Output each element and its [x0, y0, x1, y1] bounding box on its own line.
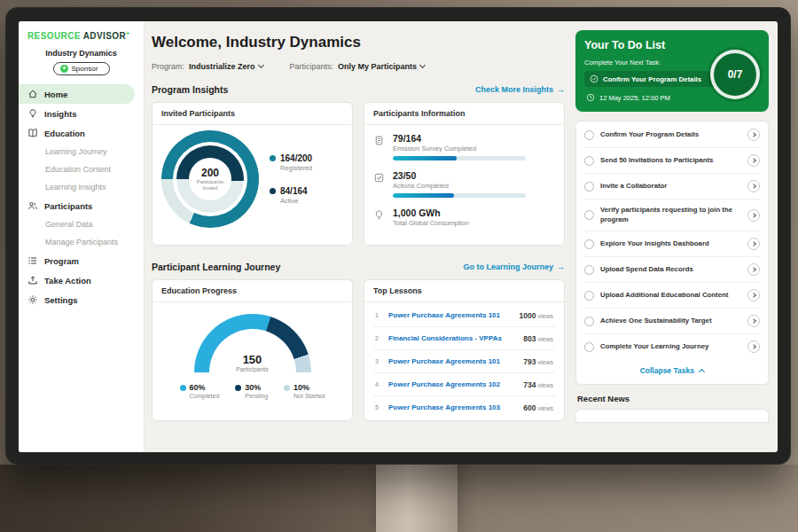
org-name: Industry Dynamics	[19, 49, 144, 58]
legend-dot	[270, 188, 276, 194]
task-label: Explore Your Insights Dashboard	[600, 239, 741, 249]
sidebar-item-label: Participants	[44, 201, 92, 211]
sidebar-item-manage-participants[interactable]: Manage Participants	[19, 233, 144, 251]
arrow-right-icon: →	[557, 85, 565, 94]
task-checkbox[interactable]	[584, 156, 594, 166]
education-progress-card: Education Progress 150 Participants 60% …	[152, 279, 353, 421]
sidebar-nav: Home Insights Education Learning Journey…	[19, 84, 144, 309]
card-title: Participants Information	[364, 103, 564, 125]
lesson-views: 600views	[521, 403, 553, 412]
task-expand-button[interactable]	[747, 238, 760, 250]
book-icon	[27, 128, 38, 138]
lesson-row: 3 Power Purchase Agreements 101 793views	[373, 350, 555, 373]
sidebar-item-label: Education	[44, 129, 85, 138]
sidebar-item-learning-insights[interactable]: Learning Insights	[19, 178, 144, 196]
task-checkbox[interactable]	[584, 182, 594, 192]
task-row[interactable]: Upload Spend Data Records	[584, 257, 760, 283]
lesson-views: 803views	[521, 334, 553, 343]
task-row[interactable]: Complete Your Learning Journey	[584, 334, 760, 359]
task-row[interactable]: Explore Your Insights Dashboard	[584, 231, 760, 257]
task-expand-button[interactable]	[747, 315, 760, 327]
sidebar-item-home[interactable]: Home	[19, 84, 135, 104]
task-checkbox[interactable]	[584, 239, 594, 249]
task-checkbox[interactable]	[584, 291, 594, 301]
lesson-link[interactable]: Power Purchase Agreements 102	[388, 380, 515, 388]
clock-icon	[586, 93, 595, 102]
gear-icon	[27, 294, 38, 305]
task-checkbox[interactable]	[584, 342, 594, 352]
task-checkbox[interactable]	[584, 210, 594, 220]
check-circle-icon	[590, 74, 598, 83]
progress-bar	[393, 193, 526, 198]
collapse-tasks-link[interactable]: Collapse Tasks	[584, 359, 760, 383]
link-label: Check More Insights	[475, 85, 553, 94]
people-icon	[27, 200, 38, 211]
participants-filter[interactable]: Participants:Only My Participants	[290, 62, 426, 71]
todo-progress-ring: 0/7	[710, 50, 760, 99]
monitor-bezel: RESOURCE ADVISOR+ Industry Dynamics Spon…	[5, 7, 791, 465]
todo-panel: Your To Do List Complete Your Next Task:…	[575, 21, 778, 452]
dashboard-screen: RESOURCE ADVISOR+ Industry Dynamics Spon…	[19, 21, 778, 452]
donut-center-label: ParticipantsInvited	[197, 179, 223, 192]
task-expand-button[interactable]	[747, 129, 760, 141]
gauge-legend: 60% Completed 30% Pending 10% Not Starte…	[180, 383, 325, 399]
task-row[interactable]: Send 50 Invitations to Participants	[584, 148, 760, 174]
sidebar-item-program[interactable]: Program	[19, 251, 144, 270]
lesson-views: 1000views	[518, 311, 553, 320]
lesson-row: 2 Financial Considerations - VPPAs 803vi…	[373, 327, 555, 350]
task-row[interactable]: Upload Additional Educational Content	[584, 283, 760, 309]
metric-value: 1,000 GWh	[393, 207, 469, 218]
recent-news-card	[575, 409, 769, 423]
education-gauge-chart: 150 Participants	[194, 314, 311, 372]
monitor-stand	[376, 461, 458, 532]
task-row[interactable]: Achieve One Sustainability Target	[584, 309, 760, 334]
program-filter[interactable]: Program:Industrialize Zero	[152, 62, 263, 71]
program-filter-value: Industrialize Zero	[189, 62, 255, 71]
sidebar-item-label: Learning Journey	[45, 147, 107, 156]
lightbulb-icon	[27, 108, 38, 119]
donut-legend: 164/200 Registered 84/164 Active	[270, 153, 312, 205]
task-label: Upload Additional Educational Content	[600, 291, 741, 301]
task-expand-button[interactable]	[747, 263, 760, 276]
sidebar-item-label: General Data	[45, 220, 93, 229]
task-checkbox[interactable]	[584, 317, 594, 326]
sidebar-item-settings[interactable]: Settings	[19, 290, 144, 309]
sidebar-item-take-action[interactable]: Take Action	[19, 270, 144, 290]
task-expand-button[interactable]	[747, 209, 760, 222]
participants-filter-label: Participants:	[290, 62, 334, 71]
lesson-link[interactable]: Power Purchase Agreements 101	[388, 311, 512, 319]
sidebar-item-education[interactable]: Education	[19, 123, 144, 143]
lesson-link[interactable]: Financial Considerations - VPPAs	[388, 334, 515, 342]
check-more-insights-link[interactable]: Check More Insights→	[475, 85, 565, 94]
go-to-learning-journey-link[interactable]: Go to Learning Journey→	[463, 262, 565, 271]
task-row[interactable]: Invite a Collaborator	[584, 174, 760, 200]
task-checkbox[interactable]	[584, 265, 594, 275]
task-label: Achieve One Sustainability Target	[600, 317, 741, 326]
checklist-icon	[373, 170, 386, 198]
sidebar-item-learning-journey[interactable]: Learning Journey	[19, 143, 144, 160]
sidebar-item-education-content[interactable]: Education Content	[19, 160, 144, 178]
lesson-rank: 4	[375, 381, 382, 387]
task-row[interactable]: Confirm Your Program Details	[584, 122, 760, 148]
task-row[interactable]: Verify participants requesting to join t…	[584, 200, 760, 231]
task-label: Verify participants requesting to join t…	[600, 206, 741, 224]
task-expand-button[interactable]	[747, 289, 760, 301]
sidebar-item-insights[interactable]: Insights	[19, 104, 144, 123]
page-title: Welcome, Industry Dynamics	[152, 34, 565, 51]
task-checkbox[interactable]	[584, 130, 594, 140]
lesson-row: 5 Power Purchase Agreements 103 600views	[373, 396, 555, 419]
todo-summary-card: Your To Do List Complete Your Next Task:…	[575, 30, 769, 112]
task-expand-button[interactable]	[747, 154, 760, 167]
lesson-link[interactable]: Power Purchase Agreements 101	[388, 357, 515, 365]
sidebar-item-label: Home	[44, 90, 67, 99]
learning-cards: Education Progress 150 Participants 60% …	[152, 279, 565, 421]
arrow-right-icon: →	[557, 262, 565, 271]
next-task[interactable]: Confirm Your Program Details	[584, 71, 717, 87]
legend-value: 84/164	[280, 186, 308, 196]
lesson-link[interactable]: Power Purchase Agreements 103	[388, 403, 515, 411]
task-expand-button[interactable]	[747, 340, 760, 353]
sidebar-item-participants[interactable]: Participants	[19, 196, 144, 215]
sidebar-item-general-data[interactable]: General Data	[19, 215, 144, 233]
invited-donut-chart: 200 ParticipantsInvited	[161, 130, 259, 228]
task-expand-button[interactable]	[747, 180, 760, 192]
